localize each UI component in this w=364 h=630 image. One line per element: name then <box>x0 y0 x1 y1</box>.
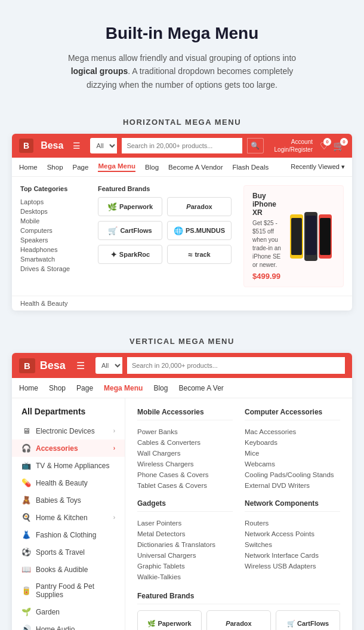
vmm-nav-home[interactable]: Home <box>19 384 38 392</box>
vmm-nav-megamenu[interactable]: Mega Menu <box>104 384 143 392</box>
panel-item-mice[interactable]: Mice <box>245 448 340 459</box>
hmm-nav-vendor[interactable]: Become A Vendor <box>168 164 223 171</box>
sidebar-item-home-audio[interactable]: 🔊 Home Audio <box>12 620 125 630</box>
hmm-topbar: B Besa ☰ All 🔍 Account Login/Register ♡ … <box>12 134 352 158</box>
panel-item-wireless-chargers[interactable]: Wireless Chargers <box>137 459 233 469</box>
panel-item-wireless-usb[interactable]: Wireless USB Adapters <box>245 561 340 571</box>
panel-item-tablet-cases[interactable]: Tablet Cases & Covers <box>137 480 233 491</box>
sidebar-item-home-kitchen[interactable]: 🍳 Home & Kitchen › <box>12 509 125 526</box>
hmm-cat-mobile[interactable]: Mobile <box>20 216 86 226</box>
hmm-cat-headphones[interactable]: Headphones <box>20 245 86 254</box>
sidebar-item-books[interactable]: 📖 Books & Audible <box>12 561 125 578</box>
vertical-mega-menu: B Besa ☰ All Home Shop Page Mega Menu Bl… <box>12 353 352 630</box>
hmm-cat-drives[interactable]: Drives & Storage <box>20 264 86 273</box>
vmm-col-mobile-accessories: Mobile Accessories Power Banks Cables & … <box>137 408 233 582</box>
vmm-brand-paperwork[interactable]: 🌿 Paperwork <box>137 610 202 630</box>
hmm-featured-brands: Featured Brands 🌿Paperwork Paradox 🛒Cart… <box>98 185 232 287</box>
panel-item-walkie[interactable]: Walkie-Talkies <box>137 571 233 582</box>
panel-item-webcams[interactable]: Webcams <box>245 459 340 469</box>
vmm-nav-blog[interactable]: Blog <box>153 384 168 392</box>
vmm-col-mobile-title: Mobile Accessories <box>137 408 233 420</box>
panel-item-keyboards[interactable]: Keyboards <box>245 437 340 448</box>
panel-item-power-banks[interactable]: Power Banks <box>137 426 233 437</box>
vmm-topbar: B Besa ☰ All <box>12 353 352 378</box>
hmm-brand-track[interactable]: ≈track <box>167 245 232 264</box>
hmm-promo-banner[interactable]: Buy iPhone XR Get $25 - $515 offwhen you… <box>243 185 344 287</box>
hmm-nav-shop[interactable]: Shop <box>47 164 63 171</box>
panel-item-dictionaries[interactable]: Dictionaries & Translators <box>137 539 233 550</box>
hmm-brand-cartflows[interactable]: 🛒CartFlows <box>98 221 162 240</box>
sidebar-item-babies-toys[interactable]: 🧸 Babies & Toys <box>12 491 125 509</box>
hmm-nav-blog[interactable]: Blog <box>145 164 159 171</box>
chevron-right-icon: › <box>113 428 115 434</box>
panel-item-nic[interactable]: Network Interface Cards <box>245 550 340 561</box>
panel-item-switches[interactable]: Switches <box>245 539 340 550</box>
hmm-brand-paradox[interactable]: Paradox <box>167 197 232 216</box>
hmm-brand-paperwork[interactable]: 🌿Paperwork <box>98 197 162 216</box>
hmm-nav-home[interactable]: Home <box>19 164 38 171</box>
sidebar-item-sports[interactable]: ⚽ Sports & Travel <box>12 543 125 561</box>
panel-item-access-points[interactable]: Network Access Points <box>245 528 340 539</box>
hmm-category-select[interactable]: All <box>90 138 117 153</box>
vmm-category-select[interactable]: All <box>95 357 122 374</box>
sidebar-item-fashion[interactable]: 👗 Fashion & Clothing <box>12 526 125 543</box>
hmm-brand-sparkroc[interactable]: ✦SparkRoc <box>98 245 162 264</box>
vmm-brand-paradox[interactable]: Paradox <box>206 610 271 630</box>
vmm-brand-cartflows[interactable]: 🛒 CartFlows <box>276 610 340 630</box>
panel-item-laser[interactable]: Laser Pointers <box>137 518 233 528</box>
vmm-panel: Mobile Accessories Power Banks Cables & … <box>125 398 352 630</box>
hmm-nav-megamenu[interactable]: Mega Menu <box>98 162 135 172</box>
hmm-cat-computers[interactable]: Computers <box>20 226 86 235</box>
hmm-featured-brands-title: Featured Brands <box>98 185 232 192</box>
hmm-cat-smartwatch[interactable]: Smartwatch <box>20 254 86 264</box>
sidebar-item-pantry[interactable]: 🥫 Pantry Food & Pet Supplies <box>12 578 125 603</box>
hmm-health-beauty-bar[interactable]: Health & Beauty <box>12 296 352 311</box>
fashion-icon: 👗 <box>21 530 31 539</box>
hmm-cat-speakers[interactable]: Speakers <box>20 235 86 245</box>
hmm-nav: Home Shop Page Mega Menu Blog Become A V… <box>12 158 352 177</box>
vmm-content: All Departments 🖥 Electronic Devices › 🎧… <box>12 398 352 630</box>
sidebar-item-health-beauty[interactable]: 💊 Health & Beauty <box>12 474 125 491</box>
sidebar-item-tv-appliances[interactable]: 📺 TV & Home Appliances <box>12 457 125 474</box>
hmm-nav-flash[interactable]: Flash Deals <box>233 164 269 171</box>
hmm-account-label: Account <box>274 138 313 146</box>
sidebar-label-fashion: Fashion & Clothing <box>36 531 96 539</box>
promo-title: Buy iPhone XR <box>252 192 287 217</box>
vmm-search-input[interactable] <box>127 357 345 374</box>
panel-item-cooling[interactable]: Cooling Pads/Cooling Stands <box>245 469 340 480</box>
panel-item-universal-chargers[interactable]: Universal Chargers <box>137 550 233 561</box>
sidebar-item-accessories[interactable]: 🎧 Accessories › <box>12 440 125 457</box>
hmm-search-button[interactable]: 🔍 <box>247 138 264 153</box>
hmm-wishlist-icon-wrap[interactable]: ♡ 0 <box>320 140 328 152</box>
vmm-panel-columns: Mobile Accessories Power Banks Cables & … <box>137 408 340 582</box>
hmm-search-input[interactable] <box>122 138 242 153</box>
promo-image <box>287 210 335 263</box>
hamburger-icon[interactable]: ☰ <box>73 141 81 150</box>
panel-item-phone-cases[interactable]: Phone Cases & Covers <box>137 469 233 480</box>
hmm-cat-desktops[interactable]: Desktops <box>20 207 86 216</box>
chevron-right-active-icon: › <box>113 445 115 451</box>
panel-item-metal[interactable]: Metal Detectors <box>137 528 233 539</box>
sidebar-item-electronic-devices[interactable]: 🖥 Electronic Devices › <box>12 422 125 440</box>
vmm-nav-shop[interactable]: Shop <box>49 384 66 392</box>
vmm-nav-vendor[interactable]: Become A Ver <box>178 384 223 392</box>
vmm-hamburger-icon[interactable]: ☰ <box>76 360 85 371</box>
hmm-cart-icon-wrap[interactable]: 🛒 0 <box>333 140 345 152</box>
panel-item-mac[interactable]: Mac Accessories <box>245 426 340 437</box>
hmm-account-info[interactable]: Account Login/Register <box>274 138 313 153</box>
vmm-nav-page[interactable]: Page <box>76 384 93 392</box>
sidebar-item-garden[interactable]: 🌱 Garden <box>12 603 125 620</box>
hero-strong: logical groups <box>71 66 128 76</box>
panel-item-cables[interactable]: Cables & Converters <box>137 437 233 448</box>
panel-item-dvd[interactable]: External DVD Writers <box>245 480 340 491</box>
panel-item-graphic-tablets[interactable]: Graphic Tablets <box>137 561 233 571</box>
hmm-cat-laptops[interactable]: Laptops <box>20 197 86 207</box>
hmm-brand-name: Besa <box>41 140 63 151</box>
panel-item-wall-chargers[interactable]: Wall Chargers <box>137 448 233 459</box>
panel-item-routers[interactable]: Routers <box>245 518 340 528</box>
cart-badge: 0 <box>340 138 348 146</box>
hmm-recently-viewed[interactable]: Recently Viewed ▾ <box>291 163 345 171</box>
hmm-nav-page[interactable]: Page <box>73 164 89 171</box>
hmm-brand-psmundus[interactable]: 🌐PS.MUNDUS <box>167 221 232 240</box>
vmm-paradox-icon: Paradox <box>226 620 251 627</box>
